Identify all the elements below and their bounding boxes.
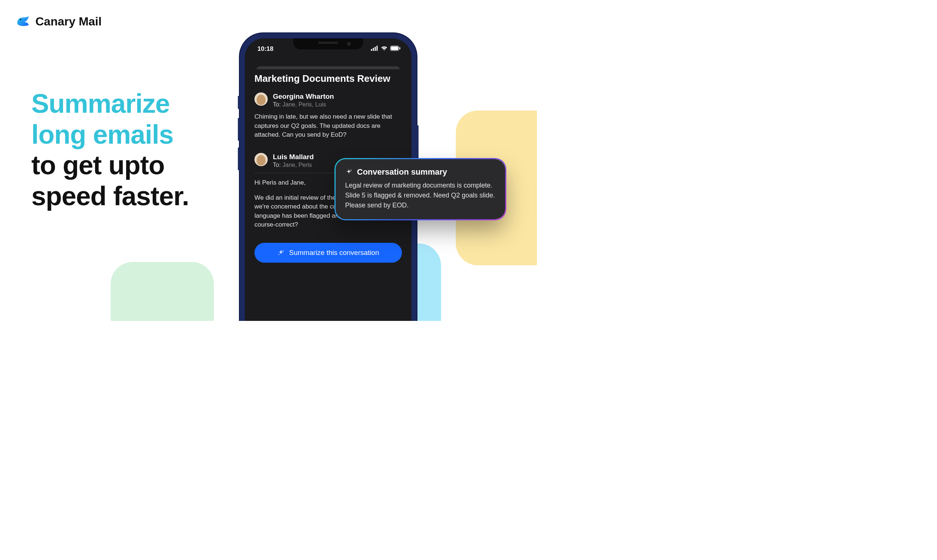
svg-point-0 [20,19,22,20]
svg-rect-1 [371,49,372,51]
svg-rect-4 [377,46,378,51]
svg-rect-6 [391,46,398,50]
marketing-headline: Summarize long emails to get upto speed … [31,88,189,211]
recipients-line: To: Jane, Peris, Luis [273,101,334,108]
sender-name: Georgina Wharton [273,92,334,101]
wifi-icon [381,45,388,53]
recipients-line: To: Jane, Peris [273,162,314,168]
battery-icon [390,45,400,53]
cellular-icon [371,45,378,53]
recipients: Jane, Peris, Luis [282,101,326,108]
sparkle-icon [277,249,285,257]
phone-side-button [238,148,240,170]
conversation-summary-card: Conversation summary Legal review of mar… [336,159,505,219]
summary-body: Legal review of marketing documents is c… [345,180,496,210]
phone-notch [293,38,363,49]
canary-bird-icon [15,14,30,29]
email-message: Georgina Wharton To: Jane, Peris, Luis C… [255,92,402,140]
avatar [255,153,268,166]
status-time: 10:18 [258,45,273,53]
decor-blob-green [111,262,214,321]
sparkle-icon [345,168,352,176]
summary-title: Conversation summary [357,167,447,177]
phone-side-button [238,96,240,109]
svg-rect-2 [373,48,374,51]
card-peek [257,66,400,69]
summarize-button-label: Summarize this conversation [289,249,379,257]
sender-name: Luis Mallard [273,153,314,161]
recipients: Jane, Peris [282,162,312,168]
to-label: To: [273,162,281,168]
to-label: To: [273,101,281,108]
svg-rect-7 [399,47,400,49]
headline-line-3: to get upto [31,150,189,181]
headline-line-4: speed faster. [31,181,189,212]
phone-side-button [417,125,418,158]
thread-subject: Marketing Documents Review [255,73,402,85]
summarize-button[interactable]: Summarize this conversation [255,243,402,263]
message-body: Chiming in late, but we also need a new … [255,112,402,140]
headline-line-2: long emails [31,119,189,150]
svg-rect-3 [375,47,376,51]
brand-logo: Canary Mail [15,14,102,29]
brand-name: Canary Mail [36,15,102,28]
avatar [255,92,268,106]
phone-side-button [238,118,240,141]
headline-line-1: Summarize [31,88,189,119]
